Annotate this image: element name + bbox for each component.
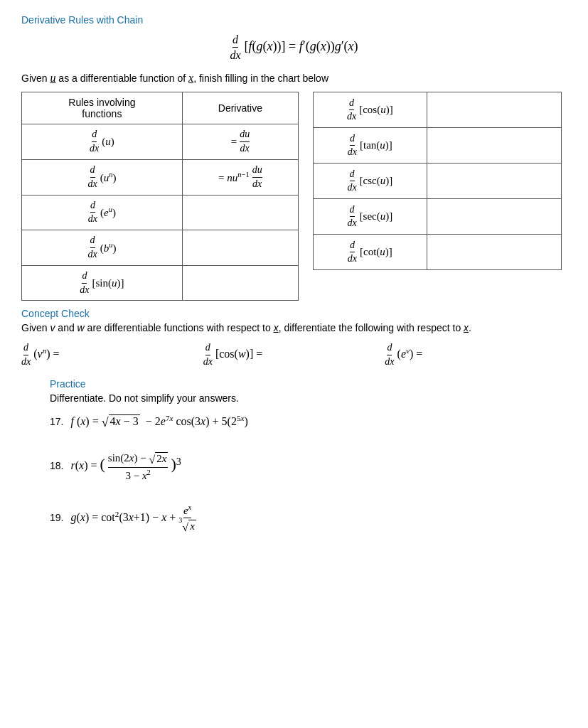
concept-row: ddx (vn) = ddx [cos(w)] = ddx (ev) = bbox=[21, 342, 567, 368]
rule-cell: ddx [cot(u)] bbox=[314, 235, 427, 270]
rule-cell: ddx [cos(u)] bbox=[314, 92, 427, 128]
derivative-cell bbox=[182, 195, 298, 230]
derivative-cell: = nun−1 dudx bbox=[182, 159, 298, 195]
rule-cell: ddx [csc(u)] bbox=[314, 164, 427, 199]
left-table: Rules involvingfunctions Derivative ddx … bbox=[21, 92, 299, 301]
problem-formula-18: r(x) = ( sin(2x) − √2x 3 − x2 )3 bbox=[70, 459, 181, 471]
table-row: ddx [cos(u)] bbox=[314, 92, 562, 128]
problem-17: 17. f (x) = √4x − 3 − 2e7x cos(3x) + 5(2… bbox=[21, 414, 567, 430]
table-row: ddx (bu) bbox=[22, 230, 299, 266]
practice-instruction: Differentiate. Do not simplify your answ… bbox=[21, 392, 567, 404]
page-title: Derivative Rules with Chain bbox=[21, 14, 567, 26]
problem-number-18: 18. bbox=[50, 460, 63, 471]
table-row: ddx [sin(u)] bbox=[22, 265, 299, 301]
table-row: ddx [tan(u)] bbox=[314, 128, 562, 164]
concept-text: Given v and w are differentiable functio… bbox=[21, 322, 567, 333]
practice-title: Practice bbox=[21, 378, 567, 390]
rule-cell: ddx (bu) bbox=[22, 230, 183, 266]
table-row: ddx [cot(u)] bbox=[314, 235, 562, 270]
derivative-cell bbox=[427, 128, 561, 164]
derivative-cell bbox=[427, 164, 561, 199]
rule-cell: ddx [sec(u)] bbox=[314, 199, 427, 235]
rule-cell: ddx (un) bbox=[22, 159, 183, 195]
concept-item-1: ddx (vn) = bbox=[21, 342, 203, 368]
derivative-cell bbox=[427, 199, 561, 235]
concept-check-title: Concept Check bbox=[21, 308, 567, 319]
table-row: ddx (eu) bbox=[22, 195, 299, 230]
problem-formula-19: g(x) = cot2(3x+1) − x + ex 3√x bbox=[70, 511, 196, 523]
rule-cell: ddx (eu) bbox=[22, 195, 183, 230]
concept-item-2: ddx [cos(w)] = bbox=[203, 342, 385, 368]
problem-19: 19. g(x) = cot2(3x+1) − x + ex 3√x bbox=[21, 503, 567, 534]
derivative-cell bbox=[427, 235, 561, 270]
derivative-cell: = dudx bbox=[182, 124, 298, 160]
table-row: ddx [csc(u)] bbox=[314, 164, 562, 199]
col-header-rules: Rules involvingfunctions bbox=[22, 92, 183, 124]
problem-formula-17: f (x) = √4x − 3 − 2e7x cos(3x) + 5(25x) bbox=[70, 415, 247, 427]
table-row: ddx [sec(u)] bbox=[314, 199, 562, 235]
problem-18: 18. r(x) = ( sin(2x) − √2x 3 − x2 )3 bbox=[21, 451, 567, 482]
given-text: Given u as a differentiable function of … bbox=[21, 72, 567, 85]
rule-cell: ddx [sin(u)] bbox=[22, 265, 183, 301]
table-row: ddx (un) = nun−1 dudx bbox=[22, 159, 299, 195]
right-table: ddx [cos(u)] ddx [tan(u)] bbox=[313, 92, 562, 270]
concept-item-3: ddx (ev) = bbox=[385, 342, 567, 368]
rule-cell: ddx (u) bbox=[22, 124, 183, 160]
problem-number-19: 19. bbox=[50, 512, 63, 523]
rule-cell: ddx [tan(u)] bbox=[314, 128, 427, 164]
main-formula: d dx [f(g(x))] = f′(g(x))g′(x) bbox=[21, 33, 567, 62]
col-header-derivative: Derivative bbox=[182, 92, 298, 124]
derivative-cell bbox=[182, 230, 298, 266]
derivative-cell bbox=[182, 265, 298, 301]
derivative-cell bbox=[427, 92, 561, 128]
table-row: ddx (u) = dudx bbox=[22, 124, 299, 160]
problem-number-17: 17. bbox=[50, 416, 63, 427]
